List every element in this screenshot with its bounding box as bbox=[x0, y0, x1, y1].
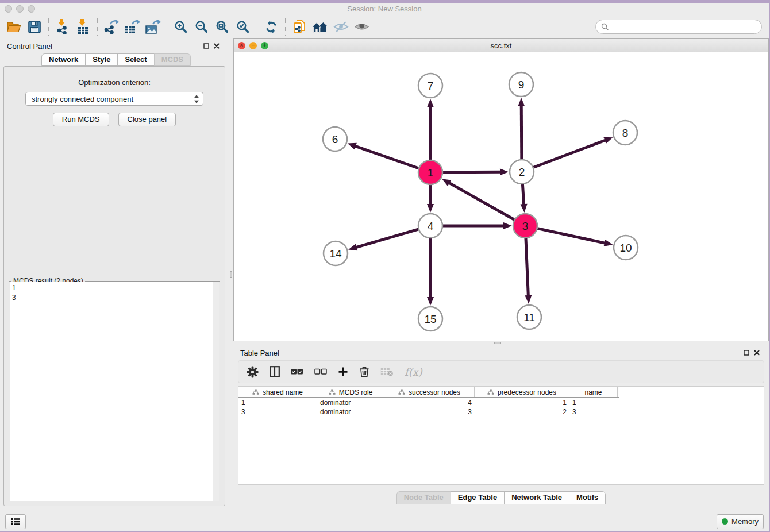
edge-arrowhead bbox=[500, 168, 509, 175]
table-cell[interactable]: 4 bbox=[384, 398, 475, 407]
zoom-in-button[interactable] bbox=[171, 18, 191, 36]
close-window-button[interactable] bbox=[5, 5, 12, 13]
open-folder-icon bbox=[6, 20, 22, 34]
table-tab-motifs[interactable]: Motifs bbox=[569, 491, 606, 504]
column-header-successor-nodes[interactable]: successor nodes bbox=[384, 387, 475, 397]
float-panel-button[interactable] bbox=[201, 41, 211, 51]
column-header-name[interactable]: name bbox=[569, 387, 618, 397]
show-all-button[interactable] bbox=[351, 18, 372, 36]
table-cell[interactable]: 1 bbox=[475, 398, 569, 407]
splitter-grip[interactable] bbox=[494, 342, 501, 344]
export-image-button[interactable] bbox=[143, 18, 163, 36]
edge-4-to-14[interactable] bbox=[356, 229, 418, 248]
table-cell[interactable]: dominator bbox=[317, 407, 384, 417]
network-close-button[interactable]: × bbox=[238, 42, 245, 49]
memory-label: Memory bbox=[732, 517, 759, 526]
search-input[interactable] bbox=[612, 22, 756, 31]
search-field[interactable] bbox=[595, 20, 762, 34]
edge-2-to-8[interactable] bbox=[534, 140, 606, 168]
select-all-rows-button[interactable] bbox=[291, 368, 303, 375]
import-table-icon bbox=[75, 19, 91, 34]
import-table-button[interactable] bbox=[73, 18, 94, 36]
table-tab-edge-table[interactable]: Edge Table bbox=[451, 491, 505, 504]
node-label-3: 3 bbox=[522, 220, 529, 232]
duplicate-network-icon bbox=[292, 19, 307, 34]
column-header-shared-name[interactable]: shared name bbox=[238, 387, 317, 397]
network-minimize-button[interactable]: − bbox=[249, 42, 257, 49]
network-zoom-button[interactable]: + bbox=[261, 42, 268, 49]
zoom-fit-button[interactable] bbox=[212, 18, 233, 36]
table-row[interactable]: 1dominator411 bbox=[238, 398, 764, 407]
table-cell[interactable]: 1 bbox=[569, 398, 618, 407]
tab-network[interactable]: Network bbox=[41, 53, 86, 66]
tab-select[interactable]: Select bbox=[117, 53, 154, 66]
float-table-panel-button[interactable] bbox=[741, 348, 752, 358]
node-table-body: 1dominator4113dominator323 bbox=[238, 398, 764, 417]
table-tab-node-table[interactable]: Node Table bbox=[396, 491, 451, 504]
node-label-4: 4 bbox=[428, 220, 434, 232]
tab-mcds[interactable]: MCDS bbox=[154, 53, 191, 66]
hide-selected-button[interactable] bbox=[330, 18, 351, 36]
edge-2-to-3[interactable] bbox=[522, 184, 523, 205]
table-cell[interactable]: 3 bbox=[238, 407, 317, 417]
edge-3-to-11[interactable] bbox=[526, 238, 528, 296]
float-icon bbox=[744, 350, 749, 356]
edge-1-to-2[interactable] bbox=[443, 172, 501, 172]
run-mcds-button[interactable]: Run MCDS bbox=[53, 113, 109, 126]
table-row[interactable]: 3dominator323 bbox=[238, 407, 764, 417]
network-window-titlebar[interactable]: × − + scc.txt bbox=[234, 39, 768, 52]
table-tab-network-table[interactable]: Network Table bbox=[504, 491, 569, 504]
edge-3-to-10[interactable] bbox=[537, 229, 605, 244]
vertical-splitter[interactable] bbox=[229, 38, 233, 511]
import-network-button[interactable] bbox=[52, 18, 73, 36]
add-column-button[interactable] bbox=[338, 367, 348, 377]
minimize-window-button[interactable] bbox=[16, 5, 24, 13]
horizontal-splitter[interactable] bbox=[233, 341, 769, 345]
network-graph[interactable]: 1234678910111415 bbox=[234, 52, 768, 341]
zoom-selected-button[interactable] bbox=[233, 18, 253, 36]
delete-table-button[interactable] bbox=[380, 367, 394, 376]
zoom-window-button[interactable] bbox=[28, 5, 35, 13]
function-builder-button[interactable]: f(x) bbox=[405, 366, 422, 378]
save-session-button[interactable] bbox=[24, 18, 45, 36]
table-tabs-area: Node TableEdge TableNetwork TableMotifs bbox=[233, 484, 769, 511]
close-panel-button[interactable] bbox=[211, 41, 222, 51]
duplicate-network-button[interactable] bbox=[289, 18, 310, 36]
home-button[interactable] bbox=[310, 18, 330, 36]
task-history-button[interactable] bbox=[5, 514, 26, 529]
table-cell[interactable]: 1 bbox=[238, 398, 317, 407]
node-label-1: 1 bbox=[428, 167, 434, 179]
tab-style[interactable]: Style bbox=[85, 53, 118, 66]
edge-2-to-9[interactable] bbox=[521, 105, 522, 159]
close-table-panel-button[interactable] bbox=[752, 348, 762, 358]
criterion-dropdown[interactable]: strongly connected component bbox=[25, 92, 203, 106]
export-table-button[interactable] bbox=[122, 18, 143, 36]
edge-arrowhead bbox=[604, 240, 613, 246]
mcds-result-list[interactable]: 1 3 bbox=[10, 282, 213, 501]
memory-button[interactable]: Memory bbox=[717, 514, 764, 529]
close-mcds-panel-button[interactable]: Close panel bbox=[118, 113, 176, 126]
edge-arrowhead bbox=[442, 179, 451, 186]
export-table-icon bbox=[124, 19, 141, 34]
result-scrollbar[interactable] bbox=[213, 282, 219, 501]
export-network-button[interactable] bbox=[101, 18, 122, 36]
refresh-view-button[interactable] bbox=[261, 18, 282, 36]
table-cell[interactable]: 2 bbox=[475, 407, 569, 417]
splitter-grip[interactable] bbox=[230, 271, 232, 278]
edge-3-to-1[interactable] bbox=[448, 183, 514, 220]
column-header-predecessor-nodes[interactable]: predecessor nodes bbox=[475, 387, 569, 397]
table-settings-button[interactable] bbox=[247, 366, 259, 378]
column-header-mcds-role[interactable]: MCDS role bbox=[317, 387, 384, 397]
table-cell[interactable]: dominator bbox=[317, 398, 384, 407]
zoom-out-button[interactable] bbox=[191, 18, 212, 36]
network-canvas[interactable]: 1234678910111415 bbox=[234, 52, 768, 341]
table-cell[interactable]: 3 bbox=[569, 407, 618, 417]
edge-1-to-6[interactable] bbox=[355, 146, 418, 168]
close-icon bbox=[754, 350, 760, 356]
open-session-button[interactable] bbox=[3, 18, 24, 36]
table-cell[interactable]: 3 bbox=[384, 407, 475, 417]
split-table-view-button[interactable] bbox=[270, 366, 280, 377]
column-label: name bbox=[584, 388, 602, 396]
deselect-all-rows-button[interactable] bbox=[314, 368, 327, 375]
delete-column-button[interactable] bbox=[359, 366, 369, 377]
